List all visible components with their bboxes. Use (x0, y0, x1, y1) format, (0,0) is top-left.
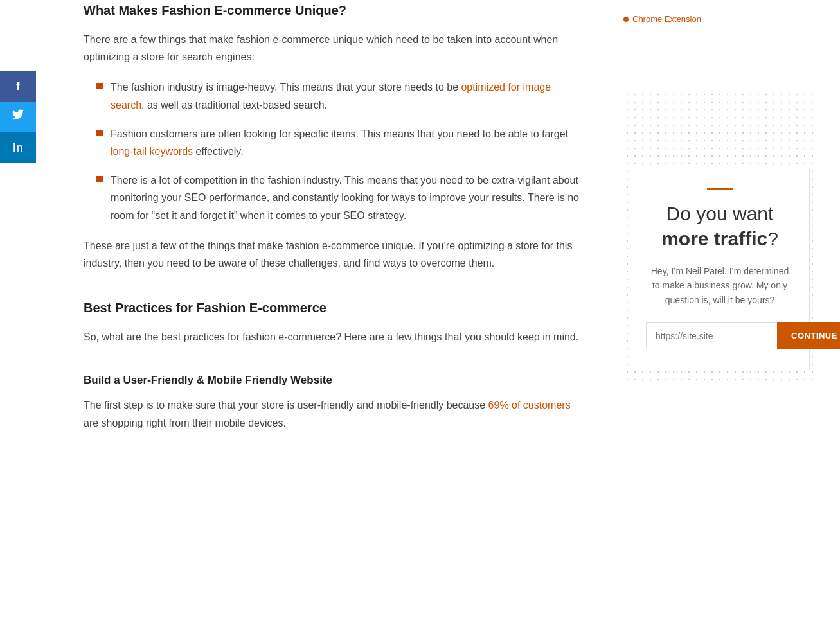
widget-description: Hey, I’m Neil Patel. I’m determined to m… (646, 264, 794, 307)
list-item: There is a lot of competition in the fas… (96, 172, 585, 224)
linkedin-button[interactable]: in (0, 132, 36, 163)
chrome-extension-dot (623, 17, 629, 22)
facebook-icon: f (16, 77, 20, 96)
right-sidebar: Chrome Extension Do you want more traffi… (611, 0, 829, 618)
long-tail-keywords-link[interactable]: long-tail keywords (111, 146, 193, 157)
section-best-practices-intro: So, what are the best practices for fash… (84, 328, 585, 346)
section-unique-heading: What Makes Fashion E-commerce Unique? (84, 0, 585, 21)
bullet-list-unique: The fashion industry is image-heavy. Thi… (96, 78, 585, 224)
list-item-text: There is a lot of competition in the fas… (111, 172, 585, 224)
linkedin-icon: in (13, 139, 23, 157)
section-mobile-friendly: Build a User-Friendly & Mobile Friendly … (84, 371, 585, 432)
chrome-extension-link[interactable]: Chrome Extension (632, 6, 701, 33)
social-sidebar: f in (0, 71, 36, 163)
widget-accent-bar (707, 188, 733, 190)
section-best-practices-heading: Best Practices for Fashion E-commerce (84, 297, 585, 318)
twitter-button[interactable] (0, 102, 36, 132)
website-url-input[interactable] (646, 322, 777, 349)
widget-input-row: CONTINUE (646, 322, 794, 349)
chrome-extension-bar: Chrome Extension (623, 0, 816, 39)
bullet-icon (96, 83, 103, 89)
continue-button[interactable]: CONTINUE (777, 322, 840, 349)
section-best-practices: Best Practices for Fashion E-commerce So… (84, 297, 585, 346)
image-search-link[interactable]: optimized for image search (111, 82, 551, 110)
list-item: The fashion industry is image-heavy. Thi… (96, 78, 585, 113)
customers-link[interactable]: 69% of customers (488, 400, 571, 411)
bullet-icon (96, 130, 103, 136)
traffic-widget: Do you want more traffic? Hey, I’m Neil … (630, 168, 810, 369)
section-unique: What Makes Fashion E-commerce Unique? Th… (84, 0, 585, 272)
article-content: What Makes Fashion E-commerce Unique? Th… (58, 0, 611, 618)
bullet-icon (96, 176, 103, 182)
section-unique-intro: There are a few things that make fashion… (84, 31, 585, 66)
section-unique-closing: These are just a few of the things that … (84, 237, 585, 272)
widget-dotted-bg: Do you want more traffic? Hey, I’m Neil … (623, 91, 816, 382)
list-item-text: Fashion customers are often looking for … (111, 125, 585, 160)
list-item: Fashion customers are often looking for … (96, 125, 585, 160)
section-mobile-heading: Build a User-Friendly & Mobile Friendly … (84, 371, 585, 389)
list-item-text: The fashion industry is image-heavy. Thi… (111, 78, 585, 113)
section-mobile-intro: The first step is to make sure that your… (84, 396, 585, 431)
widget-title: Do you want more traffic? (646, 201, 794, 251)
facebook-button[interactable]: f (0, 71, 36, 102)
twitter-icon (12, 108, 24, 127)
